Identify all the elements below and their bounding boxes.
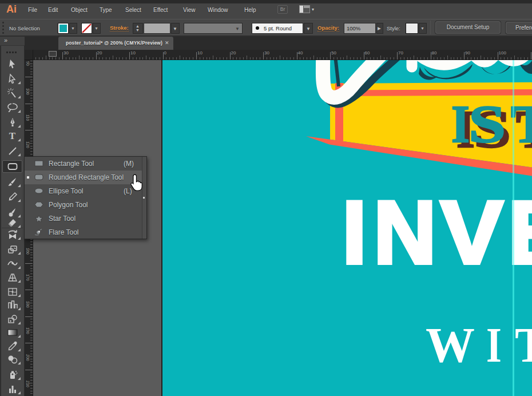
svg-text:E: E	[508, 183, 532, 282]
svg-text:S: S	[469, 94, 506, 153]
svg-text:I: I	[451, 94, 470, 153]
svg-text:W: W	[426, 318, 475, 373]
svg-text:N: N	[374, 183, 436, 283]
svg-text:V: V	[440, 183, 503, 282]
svg-text:I: I	[486, 318, 502, 373]
svg-text:T: T	[515, 318, 532, 373]
svg-text:I: I	[342, 183, 367, 282]
